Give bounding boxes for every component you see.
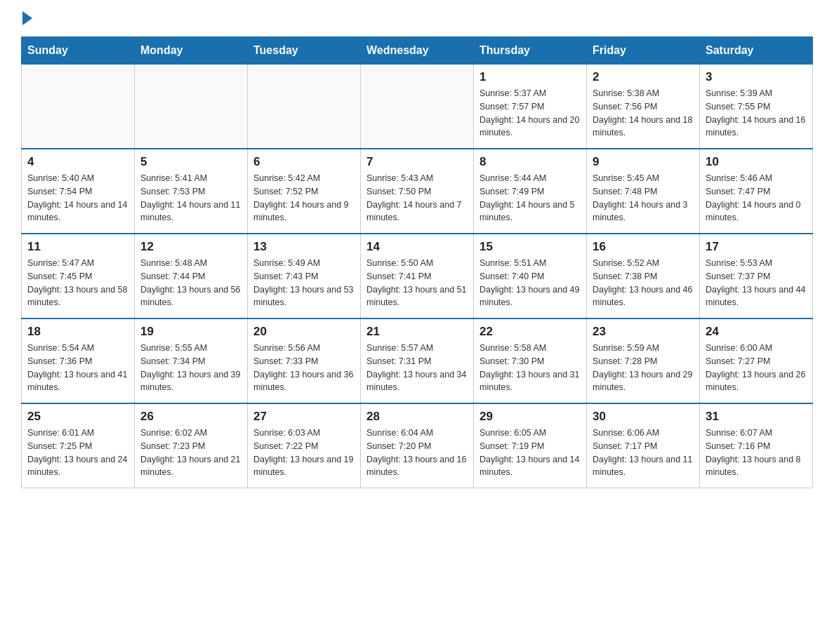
table-cell: 17Sunrise: 5:53 AMSunset: 7:37 PMDayligh… xyxy=(700,234,813,318)
table-cell: 16Sunrise: 5:52 AMSunset: 7:38 PMDayligh… xyxy=(587,234,700,318)
day-number: 13 xyxy=(253,240,355,254)
table-cell xyxy=(248,65,361,149)
day-number: 3 xyxy=(706,70,807,84)
day-info: Sunrise: 5:38 AMSunset: 7:56 PMDaylight:… xyxy=(593,87,694,140)
table-cell: 27Sunrise: 6:03 AMSunset: 7:22 PMDayligh… xyxy=(248,403,361,488)
col-monday: Monday xyxy=(135,37,248,65)
day-number: 15 xyxy=(479,240,581,254)
week-row-4: 18Sunrise: 5:54 AMSunset: 7:36 PMDayligh… xyxy=(22,318,813,403)
day-info: Sunrise: 5:55 AMSunset: 7:34 PMDaylight:… xyxy=(140,342,241,394)
day-info: Sunrise: 5:39 AMSunset: 7:55 PMDaylight:… xyxy=(706,87,807,140)
table-cell: 29Sunrise: 6:05 AMSunset: 7:19 PMDayligh… xyxy=(474,403,587,488)
day-number: 4 xyxy=(27,155,128,169)
table-cell: 23Sunrise: 5:59 AMSunset: 7:28 PMDayligh… xyxy=(587,318,700,403)
day-number: 2 xyxy=(593,70,694,84)
day-number: 1 xyxy=(479,70,581,84)
table-cell: 4Sunrise: 5:40 AMSunset: 7:54 PMDaylight… xyxy=(22,149,135,234)
table-cell: 21Sunrise: 5:57 AMSunset: 7:31 PMDayligh… xyxy=(361,318,474,403)
day-number: 19 xyxy=(140,325,241,339)
day-number: 9 xyxy=(593,155,694,169)
table-cell xyxy=(361,65,474,149)
day-number: 29 xyxy=(479,410,581,424)
day-number: 7 xyxy=(366,155,468,169)
table-cell: 1Sunrise: 5:37 AMSunset: 7:57 PMDaylight… xyxy=(474,65,587,149)
logo xyxy=(21,14,32,22)
table-cell: 18Sunrise: 5:54 AMSunset: 7:36 PMDayligh… xyxy=(22,318,135,403)
day-info: Sunrise: 5:48 AMSunset: 7:44 PMDaylight:… xyxy=(140,257,241,309)
day-info: Sunrise: 5:41 AMSunset: 7:53 PMDaylight:… xyxy=(140,172,241,224)
day-number: 11 xyxy=(27,240,128,254)
day-info: Sunrise: 5:43 AMSunset: 7:50 PMDaylight:… xyxy=(366,172,468,224)
table-cell: 3Sunrise: 5:39 AMSunset: 7:55 PMDaylight… xyxy=(700,65,813,149)
table-cell: 26Sunrise: 6:02 AMSunset: 7:23 PMDayligh… xyxy=(135,403,248,488)
day-info: Sunrise: 5:51 AMSunset: 7:40 PMDaylight:… xyxy=(479,257,581,309)
day-number: 28 xyxy=(366,410,468,424)
day-info: Sunrise: 6:00 AMSunset: 7:27 PMDaylight:… xyxy=(706,342,807,394)
table-cell: 2Sunrise: 5:38 AMSunset: 7:56 PMDaylight… xyxy=(587,65,700,149)
col-sunday: Sunday xyxy=(22,37,135,65)
day-info: Sunrise: 6:02 AMSunset: 7:23 PMDaylight:… xyxy=(140,427,241,479)
col-saturday: Saturday xyxy=(700,37,813,65)
day-number: 5 xyxy=(140,155,241,169)
day-number: 16 xyxy=(593,240,694,254)
day-info: Sunrise: 5:56 AMSunset: 7:33 PMDaylight:… xyxy=(253,342,355,394)
week-row-3: 11Sunrise: 5:47 AMSunset: 7:45 PMDayligh… xyxy=(22,234,813,318)
day-info: Sunrise: 5:44 AMSunset: 7:49 PMDaylight:… xyxy=(479,172,581,224)
table-cell: 25Sunrise: 6:01 AMSunset: 7:25 PMDayligh… xyxy=(22,403,135,488)
col-wednesday: Wednesday xyxy=(361,37,474,65)
day-info: Sunrise: 6:06 AMSunset: 7:17 PMDaylight:… xyxy=(593,427,694,479)
day-number: 27 xyxy=(253,410,355,424)
day-info: Sunrise: 6:05 AMSunset: 7:19 PMDaylight:… xyxy=(479,427,581,479)
table-cell: 30Sunrise: 6:06 AMSunset: 7:17 PMDayligh… xyxy=(587,403,700,488)
header-row: Sunday Monday Tuesday Wednesday Thursday… xyxy=(22,37,813,65)
day-number: 18 xyxy=(27,325,128,339)
day-number: 31 xyxy=(706,410,807,424)
day-info: Sunrise: 5:52 AMSunset: 7:38 PMDaylight:… xyxy=(593,257,694,309)
day-info: Sunrise: 5:45 AMSunset: 7:48 PMDaylight:… xyxy=(593,172,694,224)
day-info: Sunrise: 5:59 AMSunset: 7:28 PMDaylight:… xyxy=(593,342,694,394)
day-info: Sunrise: 5:42 AMSunset: 7:52 PMDaylight:… xyxy=(253,172,355,224)
day-number: 17 xyxy=(706,240,807,254)
day-number: 12 xyxy=(140,240,241,254)
day-info: Sunrise: 5:58 AMSunset: 7:30 PMDaylight:… xyxy=(479,342,581,394)
day-info: Sunrise: 5:50 AMSunset: 7:41 PMDaylight:… xyxy=(366,257,468,309)
day-info: Sunrise: 5:46 AMSunset: 7:47 PMDaylight:… xyxy=(706,172,807,224)
col-tuesday: Tuesday xyxy=(248,37,361,65)
table-cell xyxy=(22,65,135,149)
col-thursday: Thursday xyxy=(474,37,587,65)
day-number: 24 xyxy=(706,325,807,339)
day-number: 23 xyxy=(593,325,694,339)
table-cell: 28Sunrise: 6:04 AMSunset: 7:20 PMDayligh… xyxy=(361,403,474,488)
day-number: 26 xyxy=(140,410,241,424)
day-info: Sunrise: 5:37 AMSunset: 7:57 PMDaylight:… xyxy=(479,87,581,140)
day-info: Sunrise: 6:07 AMSunset: 7:16 PMDaylight:… xyxy=(706,427,807,479)
logo-arrow-icon xyxy=(22,11,32,25)
table-cell: 31Sunrise: 6:07 AMSunset: 7:16 PMDayligh… xyxy=(700,403,813,488)
day-number: 20 xyxy=(253,325,355,339)
page-header xyxy=(21,14,813,22)
day-info: Sunrise: 5:53 AMSunset: 7:37 PMDaylight:… xyxy=(706,257,807,309)
col-friday: Friday xyxy=(587,37,700,65)
day-number: 10 xyxy=(706,155,807,169)
table-cell: 10Sunrise: 5:46 AMSunset: 7:47 PMDayligh… xyxy=(700,149,813,234)
table-cell: 20Sunrise: 5:56 AMSunset: 7:33 PMDayligh… xyxy=(248,318,361,403)
week-row-2: 4Sunrise: 5:40 AMSunset: 7:54 PMDaylight… xyxy=(22,149,813,234)
day-info: Sunrise: 6:01 AMSunset: 7:25 PMDaylight:… xyxy=(27,427,128,479)
table-cell: 12Sunrise: 5:48 AMSunset: 7:44 PMDayligh… xyxy=(135,234,248,318)
day-number: 22 xyxy=(479,325,581,339)
day-info: Sunrise: 5:40 AMSunset: 7:54 PMDaylight:… xyxy=(27,172,128,224)
day-info: Sunrise: 6:03 AMSunset: 7:22 PMDaylight:… xyxy=(253,427,355,479)
day-number: 14 xyxy=(366,240,468,254)
day-number: 30 xyxy=(593,410,694,424)
table-cell: 9Sunrise: 5:45 AMSunset: 7:48 PMDaylight… xyxy=(587,149,700,234)
day-number: 8 xyxy=(479,155,581,169)
day-number: 6 xyxy=(253,155,355,169)
week-row-1: 1Sunrise: 5:37 AMSunset: 7:57 PMDaylight… xyxy=(22,65,813,149)
table-cell: 13Sunrise: 5:49 AMSunset: 7:43 PMDayligh… xyxy=(248,234,361,318)
week-row-5: 25Sunrise: 6:01 AMSunset: 7:25 PMDayligh… xyxy=(22,403,813,488)
table-cell: 8Sunrise: 5:44 AMSunset: 7:49 PMDaylight… xyxy=(474,149,587,234)
table-cell: 11Sunrise: 5:47 AMSunset: 7:45 PMDayligh… xyxy=(22,234,135,318)
table-cell: 5Sunrise: 5:41 AMSunset: 7:53 PMDaylight… xyxy=(135,149,248,234)
day-info: Sunrise: 6:04 AMSunset: 7:20 PMDaylight:… xyxy=(366,427,468,479)
table-cell: 19Sunrise: 5:55 AMSunset: 7:34 PMDayligh… xyxy=(135,318,248,403)
